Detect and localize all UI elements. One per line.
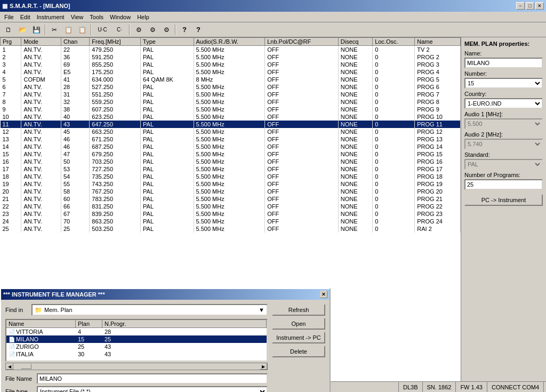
country-label: Country: — [464, 91, 543, 97]
table-row[interactable]: 12AN.TV.45663.250PAL5.500 MHzOFFNONE0PRO… — [1, 128, 461, 135]
filename-row: File Name — [5, 373, 268, 384]
table-row[interactable]: 1AN.TV.22479.250PAL5.500 MHzOFFNONE0TV 2 — [1, 46, 461, 54]
dialog-close-button[interactable]: ✕ — [320, 291, 327, 298]
col-header-audio: Audio(S.R./B.W. — [194, 38, 265, 46]
audio1-select[interactable]: 5.500 — [464, 118, 543, 129]
table-row[interactable]: 9AN.TV.38607.250PAL5.500 MHzOFFNONE0PROG… — [1, 106, 461, 113]
num-progs-input[interactable] — [464, 179, 543, 190]
table-row[interactable]: 3AN.TV.69855.250PAL5.500 MHzOFFNONE0PROG… — [1, 61, 461, 68]
toolbar-cut[interactable]: ✂ — [48, 24, 61, 36]
toolbar-gear2[interactable]: ⚙ — [146, 24, 159, 36]
standard-select[interactable]: PAL — [464, 159, 543, 170]
scroll-right[interactable]: ▶ — [260, 363, 267, 370]
number-select[interactable]: 15 — [464, 78, 543, 89]
table-row[interactable]: 16AN.TV.50703.250PAL5.500 MHzOFFNONE0PRO… — [1, 158, 461, 165]
table-row[interactable]: 20AN.TV.58767.250PAL5.500 MHzOFFNONE0PRO… — [1, 188, 461, 195]
file-list-item[interactable]: 📄ZURIGO 25 43 — [6, 343, 267, 350]
file-list-container: Name Plan N.Progr. 📄VITTORIA 4 28 📄MILAN… — [5, 319, 268, 362]
table-row[interactable]: 22AN.TV.66831.250PAL5.500 MHzOFFNONE0PRO… — [1, 203, 461, 210]
title-bar-buttons: − □ ✕ — [516, 2, 544, 10]
col-header-prg: Prg — [1, 38, 21, 46]
status-connect: CONNECT COM4 — [487, 382, 544, 392]
table-row[interactable]: 10AN.TV.40623.250PAL5.500 MHzOFFNONE0PRO… — [1, 113, 461, 121]
menu-window[interactable]: Window — [107, 13, 134, 21]
scroll-left[interactable]: ◀ — [6, 363, 13, 370]
toolbar-help[interactable]: ? — [178, 24, 191, 36]
table-row[interactable]: 11AN.TV.43647.250PAL5.500 MHzOFFNONE0PRO… — [1, 121, 461, 128]
number-label: Number: — [464, 70, 543, 77]
table-row[interactable]: 25AN.TV.25503.250PAL5.500 MHzOFFNONE0RAI… — [1, 225, 461, 233]
table-row[interactable]: 7AN.TV.31551.250PAL5.500 MHzOFFNONE0PROG… — [1, 91, 461, 98]
toolbar-about[interactable]: ? — [192, 24, 205, 36]
file-name: 📄ITALIA — [6, 350, 76, 358]
file-list-header: Name Plan N.Progr. — [6, 320, 267, 328]
menu-bar: File Edit Instrument View Tools Window H… — [0, 12, 546, 22]
toolbar-sep-1 — [45, 25, 46, 35]
table-row[interactable]: 6AN.TV.28527.250PAL5.500 MHzOFFNONE0PROG… — [1, 83, 461, 91]
table-row[interactable]: 15AN.TV.47679.250PAL5.500 MHzOFFNONE0PRO… — [1, 150, 461, 158]
table-row[interactable]: 2AN.TV.36591.250PAL5.500 MHzOFFNONE0PROG… — [1, 53, 461, 61]
menu-help[interactable]: Help — [134, 13, 152, 21]
horizontal-scrollbar[interactable]: ◀ ▶ — [5, 363, 268, 370]
menu-file[interactable]: File — [1, 13, 17, 21]
toolbar-copy[interactable]: 📋 — [62, 24, 75, 36]
file-list-item[interactable]: 📄ITALIA 30 43 — [6, 350, 267, 358]
menu-view[interactable]: View — [68, 13, 87, 21]
right-panel: MEM. PLAN properties: Name: Number: 15 C… — [461, 37, 546, 381]
table-body: 1AN.TV.22479.250PAL5.500 MHzOFFNONE0TV 2… — [1, 46, 461, 233]
col-header-mode: Mode — [21, 38, 61, 46]
country-select[interactable]: 1-EURO.IND — [464, 98, 543, 109]
toolbar-save[interactable]: 💾 — [30, 24, 43, 36]
table-row[interactable]: 19AN.TV.55743.250PAL5.500 MHzOFFNONE0PRO… — [1, 180, 461, 188]
scrollbar-thumb[interactable] — [21, 364, 31, 369]
toolbar-paste[interactable]: 📋 — [76, 24, 89, 36]
toolbar-gear1[interactable]: ⚙ — [132, 24, 145, 36]
toolbar-u-c[interactable]: U·C — [94, 24, 111, 36]
toolbar-new[interactable]: 🗋 — [2, 24, 15, 36]
file-icon: 📄 — [9, 337, 15, 342]
table-row[interactable]: 8AN.TV.32559.250PAL5.500 MHzOFFNONE0PROG… — [1, 98, 461, 106]
table-row[interactable]: 18AN.TV.54735.250PAL5.500 MHzOFFNONE0PRO… — [1, 173, 461, 180]
toolbar-c-dot[interactable]: C· — [112, 24, 127, 36]
open-button[interactable]: Open — [272, 318, 325, 330]
toolbar-gear3[interactable]: ⚙ — [160, 24, 173, 36]
maximize-button[interactable]: □ — [526, 2, 534, 10]
status-fw: FW 1.43 — [456, 382, 487, 392]
minimize-button[interactable]: − — [516, 2, 525, 10]
pc-instrument-button[interactable]: PC -> Instrument — [464, 194, 543, 206]
table-row[interactable]: 17AN.TV.53727.250PAL5.500 MHzOFFNONE0PRO… — [1, 165, 461, 173]
close-button[interactable]: ✕ — [535, 2, 544, 10]
menu-instrument[interactable]: Instrument — [34, 13, 68, 21]
find-in-select[interactable]: 📁 Mem. Plan ▼ — [31, 304, 268, 316]
table-row[interactable]: 13AN.TV.46671.250PAL5.500 MHzOFFNONE0PRO… — [1, 135, 461, 143]
name-input[interactable] — [464, 58, 543, 68]
instrument-to-pc-button[interactable]: Instrument -> PC — [272, 332, 325, 343]
table-row[interactable]: 23AN.TV.67839.250PAL5.500 MHzOFFNONE0PRO… — [1, 210, 461, 218]
audio2-select[interactable]: 5.740 — [464, 139, 543, 149]
file-plan: 15 — [76, 335, 102, 343]
menu-edit[interactable]: Edit — [17, 13, 34, 21]
file-name: 📄VITTORIA — [6, 328, 76, 335]
instrument-file-manager-dialog: *** INSTRUMENT FILE MANAGER *** ✕ Find i… — [0, 288, 331, 392]
delete-button[interactable]: Delete — [272, 346, 325, 357]
table-row[interactable]: 21AN.TV.60783.250PAL5.500 MHzOFFNONE0PRO… — [1, 195, 461, 203]
file-icon: 📄 — [9, 329, 15, 335]
menu-tools[interactable]: Tools — [86, 13, 107, 21]
refresh-button[interactable]: Refresh — [272, 304, 325, 316]
file-list-item[interactable]: 📄MILANO 15 25 — [6, 335, 267, 343]
file-list-body: 📄VITTORIA 4 28 📄MILANO 15 25 📄ZURIGO 25 … — [6, 328, 267, 358]
table-row[interactable]: 14AN.TV.46687.250PAL5.500 MHzOFFNONE0PRO… — [1, 143, 461, 150]
filetype-label: File type — [5, 388, 35, 392]
dialog-content: Find in 📁 Mem. Plan ▼ Name Plan N.Progr. — [1, 300, 330, 392]
filetype-select[interactable]: Instrument File (*.*) — [37, 386, 268, 392]
dialog-right: Refresh Open Instrument -> PC Delete — [272, 304, 325, 392]
toolbar-sep-2 — [91, 25, 92, 35]
col-header-chan: Chan — [61, 38, 89, 46]
table-row[interactable]: 24AN.TV.70863.250PAL5.500 MHzOFFNONE0PRO… — [1, 218, 461, 225]
toolbar-open[interactable]: 📂 — [16, 24, 29, 36]
title-bar: ▦ S.M.A.R.T. - [MILANO] − □ ✕ — [0, 0, 546, 12]
table-row[interactable]: 4AN.TV.E5175.250PAL5.500 MHzOFFNONE0PROG… — [1, 68, 461, 76]
file-list-item[interactable]: 📄VITTORIA 4 28 — [6, 328, 267, 335]
filename-input[interactable] — [37, 373, 268, 384]
table-row[interactable]: 5COFDM41634.00064 QAM 8K8 MHzOFFNONE0PRO… — [1, 76, 461, 83]
